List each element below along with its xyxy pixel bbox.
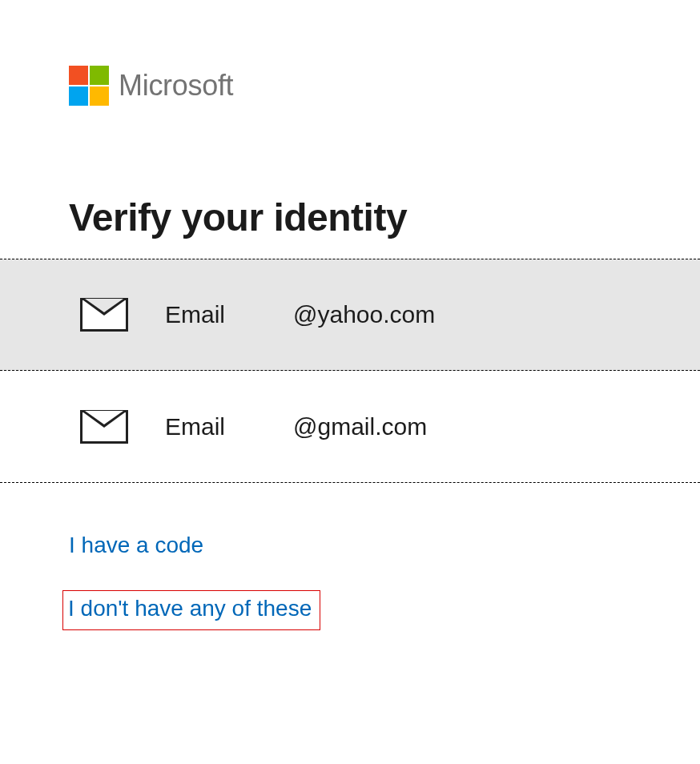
- envelope-icon: [80, 298, 128, 332]
- option-detail: @yahoo.com: [293, 301, 435, 328]
- brand-header: Microsoft: [0, 0, 700, 106]
- verify-option-yahoo[interactable]: Email @yahoo.com: [0, 259, 700, 371]
- option-detail: @gmail.com: [293, 413, 427, 440]
- option-label: Email: [165, 301, 293, 328]
- alt-links: I have a code I don't have any of these: [0, 483, 700, 630]
- envelope-icon: [80, 410, 128, 444]
- verify-option-gmail[interactable]: Email @gmail.com: [0, 371, 700, 483]
- have-code-link[interactable]: I have a code: [69, 533, 203, 558]
- brand-name: Microsoft: [119, 69, 233, 103]
- highlight-annotation: I don't have any of these: [62, 590, 320, 630]
- page-title: Verify your identity: [0, 106, 700, 259]
- no-options-link[interactable]: I don't have any of these: [68, 596, 312, 621]
- microsoft-logo-icon: [69, 66, 109, 106]
- option-label: Email: [165, 413, 293, 440]
